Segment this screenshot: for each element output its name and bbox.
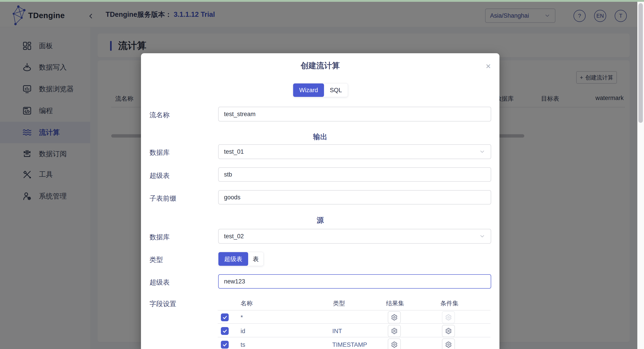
- result-set-gear-button[interactable]: [388, 325, 401, 337]
- check-icon: [222, 328, 228, 334]
- field-settings-label: 字段设置: [150, 299, 176, 308]
- result-set-gear-button[interactable]: [388, 311, 401, 324]
- output-section-heading: 输出: [141, 132, 500, 142]
- gear-icon: [391, 342, 398, 348]
- chevron-down-icon: [479, 148, 485, 155]
- page-vertical-scrollbar[interactable]: [637, 2, 644, 349]
- stream-name-label: 流名称: [150, 110, 170, 120]
- field-row-checkbox[interactable]: [221, 327, 229, 335]
- field-name: id: [240, 328, 245, 335]
- modal-title: 创建流计算: [141, 60, 500, 71]
- field-table-divider: [218, 310, 490, 310]
- field-col-type: 类型: [333, 299, 345, 308]
- tab-wizard[interactable]: Wizard: [293, 84, 324, 97]
- subtable-prefix-label: 子表前缀: [150, 194, 176, 203]
- close-icon: ✕: [485, 62, 491, 70]
- check-icon: [222, 315, 228, 320]
- field-row-checkbox[interactable]: [221, 314, 229, 321]
- type-option-table[interactable]: 表: [248, 252, 263, 266]
- output-database-value: test_01: [224, 148, 244, 155]
- stream-name-input[interactable]: test_stream: [218, 107, 491, 122]
- tdengine-app: TDengine TDengine服务版本： 3.1.1.12 Trial As…: [0, 0, 644, 349]
- chevron-down-icon: [479, 233, 485, 240]
- type-option-stable[interactable]: 超级表: [218, 252, 248, 266]
- tab-sql[interactable]: SQL: [324, 84, 348, 97]
- output-stable-value: stb: [224, 171, 232, 178]
- field-row-divider: [218, 323, 490, 324]
- create-stream-modal: 创建流计算 ✕ Wizard SQL 流名称 test_stream 输出 数据…: [141, 53, 500, 349]
- output-database-label: 数据库: [150, 148, 170, 157]
- output-stable-input[interactable]: stb: [218, 167, 491, 182]
- field-col-name: 名称: [240, 299, 253, 308]
- source-database-select[interactable]: test_02: [218, 229, 491, 244]
- gear-icon: [445, 314, 452, 320]
- source-stable-input[interactable]: new123: [218, 274, 491, 288]
- modal-close-button[interactable]: ✕: [483, 61, 493, 71]
- gear-icon: [445, 342, 452, 348]
- source-stable-value: new123: [224, 278, 245, 285]
- output-stable-label: 超级表: [150, 171, 170, 180]
- field-type: INT: [332, 328, 342, 335]
- check-icon: [222, 342, 228, 348]
- stream-name-value: test_stream: [224, 111, 256, 118]
- gear-icon: [391, 314, 398, 320]
- field-col-result-set: 结果集: [386, 299, 404, 308]
- field-row-divider: [218, 337, 490, 337]
- source-database-value: test_02: [224, 233, 244, 240]
- field-type: TIMESTAMP: [332, 342, 367, 348]
- field-name: ts: [240, 342, 245, 348]
- gear-icon: [445, 328, 452, 334]
- source-database-label: 数据库: [150, 233, 170, 242]
- field-col-condition-set: 条件集: [440, 299, 458, 308]
- source-type-toggle: 超级表 表: [218, 252, 264, 266]
- vertical-scrollbar-thumb[interactable]: [638, 3, 643, 123]
- mode-tabs: Wizard SQL: [293, 83, 348, 97]
- condition-set-gear-button: [442, 311, 455, 324]
- condition-set-gear-button[interactable]: [442, 338, 455, 349]
- source-type-label: 类型: [150, 255, 163, 264]
- field-row-checkbox[interactable]: [221, 341, 229, 348]
- result-set-gear-button[interactable]: [388, 338, 401, 349]
- subtable-prefix-value: goods: [224, 194, 240, 201]
- source-stable-label: 超级表: [150, 278, 170, 287]
- subtable-prefix-input[interactable]: goods: [218, 190, 491, 204]
- browser-top-strip: [0, 0, 644, 2]
- condition-set-gear-button[interactable]: [442, 325, 455, 337]
- field-name: *: [240, 314, 243, 321]
- output-database-select[interactable]: test_01: [218, 144, 491, 159]
- gear-icon: [391, 328, 398, 334]
- source-section-heading: 源: [141, 216, 500, 225]
